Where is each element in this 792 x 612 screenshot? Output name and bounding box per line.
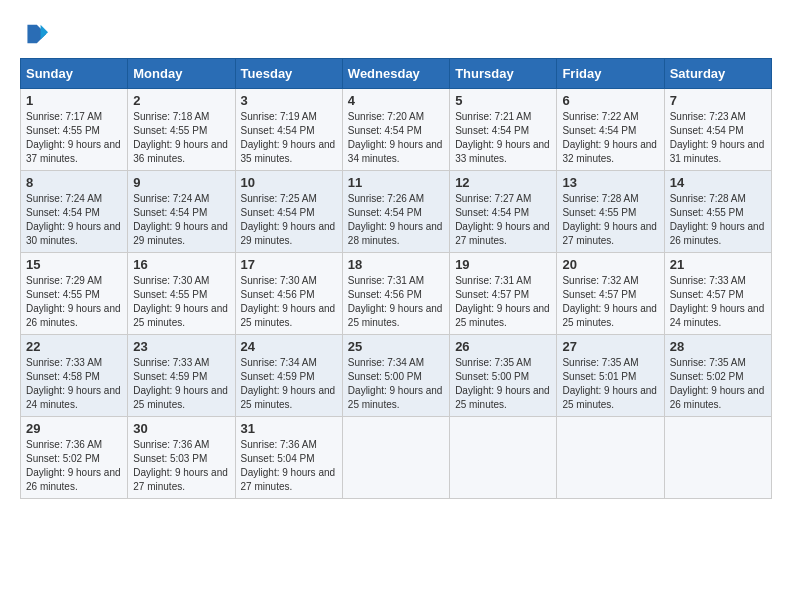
day-content: Sunrise: 7:33 AMSunset: 4:57 PMDaylight:… xyxy=(670,275,765,328)
day-number: 12 xyxy=(455,175,551,190)
day-number: 10 xyxy=(241,175,337,190)
day-number: 7 xyxy=(670,93,766,108)
calendar-cell: 7Sunrise: 7:23 AMSunset: 4:54 PMDaylight… xyxy=(664,89,771,171)
calendar-cell: 4Sunrise: 7:20 AMSunset: 4:54 PMDaylight… xyxy=(342,89,449,171)
day-number: 8 xyxy=(26,175,122,190)
calendar-cell: 8Sunrise: 7:24 AMSunset: 4:54 PMDaylight… xyxy=(21,171,128,253)
day-content: Sunrise: 7:35 AMSunset: 5:02 PMDaylight:… xyxy=(670,357,765,410)
calendar-week-row: 22Sunrise: 7:33 AMSunset: 4:58 PMDayligh… xyxy=(21,335,772,417)
header-sunday: Sunday xyxy=(21,59,128,89)
day-content: Sunrise: 7:35 AMSunset: 5:01 PMDaylight:… xyxy=(562,357,657,410)
day-content: Sunrise: 7:30 AMSunset: 4:56 PMDaylight:… xyxy=(241,275,336,328)
calendar-cell: 24Sunrise: 7:34 AMSunset: 4:59 PMDayligh… xyxy=(235,335,342,417)
calendar-cell: 25Sunrise: 7:34 AMSunset: 5:00 PMDayligh… xyxy=(342,335,449,417)
header-tuesday: Tuesday xyxy=(235,59,342,89)
day-content: Sunrise: 7:22 AMSunset: 4:54 PMDaylight:… xyxy=(562,111,657,164)
calendar-cell: 22Sunrise: 7:33 AMSunset: 4:58 PMDayligh… xyxy=(21,335,128,417)
day-number: 6 xyxy=(562,93,658,108)
day-content: Sunrise: 7:24 AMSunset: 4:54 PMDaylight:… xyxy=(133,193,228,246)
day-content: Sunrise: 7:35 AMSunset: 5:00 PMDaylight:… xyxy=(455,357,550,410)
calendar-cell: 3Sunrise: 7:19 AMSunset: 4:54 PMDaylight… xyxy=(235,89,342,171)
day-number: 18 xyxy=(348,257,444,272)
calendar-cell: 5Sunrise: 7:21 AMSunset: 4:54 PMDaylight… xyxy=(450,89,557,171)
calendar-cell: 31Sunrise: 7:36 AMSunset: 5:04 PMDayligh… xyxy=(235,417,342,499)
day-number: 14 xyxy=(670,175,766,190)
day-number: 1 xyxy=(26,93,122,108)
calendar-cell: 16Sunrise: 7:30 AMSunset: 4:55 PMDayligh… xyxy=(128,253,235,335)
header-wednesday: Wednesday xyxy=(342,59,449,89)
calendar-cell xyxy=(557,417,664,499)
page-header xyxy=(20,20,772,48)
day-number: 3 xyxy=(241,93,337,108)
header-friday: Friday xyxy=(557,59,664,89)
day-number: 28 xyxy=(670,339,766,354)
calendar-cell: 27Sunrise: 7:35 AMSunset: 5:01 PMDayligh… xyxy=(557,335,664,417)
calendar-cell xyxy=(342,417,449,499)
day-number: 26 xyxy=(455,339,551,354)
day-number: 4 xyxy=(348,93,444,108)
day-content: Sunrise: 7:26 AMSunset: 4:54 PMDaylight:… xyxy=(348,193,443,246)
day-number: 24 xyxy=(241,339,337,354)
calendar-cell: 12Sunrise: 7:27 AMSunset: 4:54 PMDayligh… xyxy=(450,171,557,253)
day-content: Sunrise: 7:25 AMSunset: 4:54 PMDaylight:… xyxy=(241,193,336,246)
day-content: Sunrise: 7:28 AMSunset: 4:55 PMDaylight:… xyxy=(670,193,765,246)
calendar-cell: 2Sunrise: 7:18 AMSunset: 4:55 PMDaylight… xyxy=(128,89,235,171)
day-content: Sunrise: 7:27 AMSunset: 4:54 PMDaylight:… xyxy=(455,193,550,246)
day-number: 9 xyxy=(133,175,229,190)
calendar-cell: 11Sunrise: 7:26 AMSunset: 4:54 PMDayligh… xyxy=(342,171,449,253)
day-content: Sunrise: 7:20 AMSunset: 4:54 PMDaylight:… xyxy=(348,111,443,164)
day-content: Sunrise: 7:21 AMSunset: 4:54 PMDaylight:… xyxy=(455,111,550,164)
day-number: 5 xyxy=(455,93,551,108)
day-number: 2 xyxy=(133,93,229,108)
calendar-cell: 30Sunrise: 7:36 AMSunset: 5:03 PMDayligh… xyxy=(128,417,235,499)
day-number: 13 xyxy=(562,175,658,190)
day-content: Sunrise: 7:30 AMSunset: 4:55 PMDaylight:… xyxy=(133,275,228,328)
day-content: Sunrise: 7:34 AMSunset: 5:00 PMDaylight:… xyxy=(348,357,443,410)
day-content: Sunrise: 7:36 AMSunset: 5:04 PMDaylight:… xyxy=(241,439,336,492)
calendar-week-row: 15Sunrise: 7:29 AMSunset: 4:55 PMDayligh… xyxy=(21,253,772,335)
day-number: 16 xyxy=(133,257,229,272)
calendar-cell: 21Sunrise: 7:33 AMSunset: 4:57 PMDayligh… xyxy=(664,253,771,335)
calendar-cell: 13Sunrise: 7:28 AMSunset: 4:55 PMDayligh… xyxy=(557,171,664,253)
calendar-cell: 1Sunrise: 7:17 AMSunset: 4:55 PMDaylight… xyxy=(21,89,128,171)
logo xyxy=(20,20,52,48)
calendar-cell xyxy=(664,417,771,499)
day-number: 25 xyxy=(348,339,444,354)
calendar-cell: 14Sunrise: 7:28 AMSunset: 4:55 PMDayligh… xyxy=(664,171,771,253)
day-number: 19 xyxy=(455,257,551,272)
day-content: Sunrise: 7:24 AMSunset: 4:54 PMDaylight:… xyxy=(26,193,121,246)
day-content: Sunrise: 7:31 AMSunset: 4:56 PMDaylight:… xyxy=(348,275,443,328)
calendar-table: SundayMondayTuesdayWednesdayThursdayFrid… xyxy=(20,58,772,499)
day-number: 20 xyxy=(562,257,658,272)
day-content: Sunrise: 7:19 AMSunset: 4:54 PMDaylight:… xyxy=(241,111,336,164)
calendar-cell: 28Sunrise: 7:35 AMSunset: 5:02 PMDayligh… xyxy=(664,335,771,417)
calendar-header-row: SundayMondayTuesdayWednesdayThursdayFrid… xyxy=(21,59,772,89)
header-monday: Monday xyxy=(128,59,235,89)
calendar-cell: 10Sunrise: 7:25 AMSunset: 4:54 PMDayligh… xyxy=(235,171,342,253)
logo-icon xyxy=(20,20,48,48)
calendar-week-row: 29Sunrise: 7:36 AMSunset: 5:02 PMDayligh… xyxy=(21,417,772,499)
calendar-cell: 9Sunrise: 7:24 AMSunset: 4:54 PMDaylight… xyxy=(128,171,235,253)
day-content: Sunrise: 7:36 AMSunset: 5:02 PMDaylight:… xyxy=(26,439,121,492)
day-number: 29 xyxy=(26,421,122,436)
day-number: 27 xyxy=(562,339,658,354)
day-content: Sunrise: 7:28 AMSunset: 4:55 PMDaylight:… xyxy=(562,193,657,246)
day-number: 15 xyxy=(26,257,122,272)
day-content: Sunrise: 7:31 AMSunset: 4:57 PMDaylight:… xyxy=(455,275,550,328)
calendar-cell: 17Sunrise: 7:30 AMSunset: 4:56 PMDayligh… xyxy=(235,253,342,335)
day-number: 21 xyxy=(670,257,766,272)
calendar-cell: 26Sunrise: 7:35 AMSunset: 5:00 PMDayligh… xyxy=(450,335,557,417)
day-number: 17 xyxy=(241,257,337,272)
day-content: Sunrise: 7:18 AMSunset: 4:55 PMDaylight:… xyxy=(133,111,228,164)
calendar-cell: 20Sunrise: 7:32 AMSunset: 4:57 PMDayligh… xyxy=(557,253,664,335)
calendar-week-row: 1Sunrise: 7:17 AMSunset: 4:55 PMDaylight… xyxy=(21,89,772,171)
calendar-week-row: 8Sunrise: 7:24 AMSunset: 4:54 PMDaylight… xyxy=(21,171,772,253)
day-number: 30 xyxy=(133,421,229,436)
day-number: 31 xyxy=(241,421,337,436)
calendar-cell: 18Sunrise: 7:31 AMSunset: 4:56 PMDayligh… xyxy=(342,253,449,335)
day-number: 11 xyxy=(348,175,444,190)
calendar-cell: 29Sunrise: 7:36 AMSunset: 5:02 PMDayligh… xyxy=(21,417,128,499)
calendar-cell: 15Sunrise: 7:29 AMSunset: 4:55 PMDayligh… xyxy=(21,253,128,335)
day-content: Sunrise: 7:32 AMSunset: 4:57 PMDaylight:… xyxy=(562,275,657,328)
day-content: Sunrise: 7:23 AMSunset: 4:54 PMDaylight:… xyxy=(670,111,765,164)
